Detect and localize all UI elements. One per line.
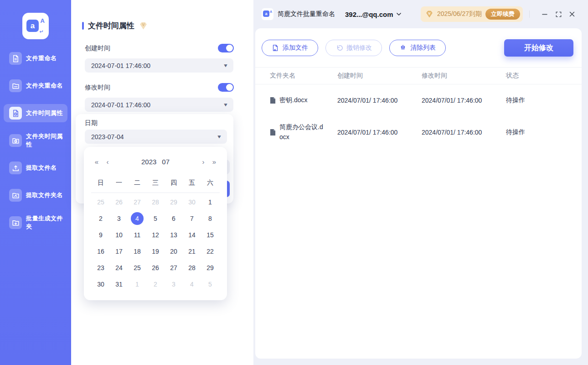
modify-time-label: 修改时间 <box>85 83 110 92</box>
calendar-day[interactable]: 14 <box>183 227 201 243</box>
sidebar-item-batch-create-folder[interactable]: 批量生成文件夹 <box>4 214 67 232</box>
cell-modified-time: 2024/07/01/ 17:46:00 <box>422 97 506 104</box>
calendar-day[interactable]: 26 <box>110 194 128 210</box>
create-time-toggle[interactable] <box>218 44 234 52</box>
create-time-value: 2024-07-01 17:46:00 <box>91 62 150 69</box>
cell-file-name: 简鹿办公会议.docx <box>270 122 337 142</box>
calendar-day[interactable]: 8 <box>201 210 219 227</box>
sidebar-item-label: 文件时间属性 <box>26 109 63 117</box>
calendar-day[interactable]: 25 <box>128 260 146 276</box>
date-label: 日期 <box>85 119 98 127</box>
calendar-day[interactable]: 23 <box>92 260 110 276</box>
clear-list-button[interactable]: 清除列表 <box>389 40 446 56</box>
create-time-select[interactable]: 2024-07-01 17:46:00 ▼ <box>85 58 233 73</box>
calendar-day[interactable]: 4 <box>183 276 201 292</box>
calendar-day[interactable]: 22 <box>201 243 219 260</box>
calendar-day[interactable]: 5 <box>146 210 165 227</box>
calendar-day[interactable]: 13 <box>165 227 183 243</box>
prev-month-icon[interactable]: ‹ <box>102 158 113 166</box>
sidebar-item-file-time[interactable]: 文件时间属性 <box>4 104 67 122</box>
table-row[interactable]: 简鹿办公会议.docx2024/07/01/ 17:46:002024/07/0… <box>255 116 582 148</box>
calendar-year: 2023 <box>141 158 156 166</box>
sidebar-item-extract-folder[interactable]: 提取文件夹名 <box>4 186 67 204</box>
calendar-day[interactable]: 24 <box>110 260 128 276</box>
calendar-day[interactable]: 18 <box>128 243 146 260</box>
undo-button[interactable]: 撤销修改 <box>325 40 382 56</box>
undo-label: 撤销修改 <box>346 44 372 52</box>
calendar-day[interactable]: 21 <box>183 243 201 260</box>
calendar-day[interactable]: 6 <box>165 210 183 227</box>
calendar-day[interactable]: 28 <box>183 260 201 276</box>
sidebar-item-extract-file[interactable]: 提取文件名 <box>4 159 67 177</box>
add-files-button[interactable]: 添加文件 <box>262 40 318 56</box>
calendar-day[interactable]: 2 <box>146 276 165 292</box>
calendar-day[interactable]: 30 <box>92 276 110 292</box>
calendar-day[interactable]: 3 <box>110 210 128 227</box>
modify-time-select[interactable]: 2024-07-01 17:46:00 ▼ <box>85 98 233 112</box>
cell-file-name: 密钥.docx <box>270 95 337 105</box>
calendar-day[interactable]: 11 <box>128 227 146 243</box>
date-select[interactable]: 2023-07-04 ▼ <box>85 130 227 144</box>
calendar-day[interactable]: 28 <box>146 194 165 210</box>
file-plus-icon <box>272 44 279 52</box>
app-title: 简鹿文件批量重命名 <box>278 10 335 18</box>
next-year-icon[interactable]: » <box>209 158 220 166</box>
dropdown-arrow-icon: ▼ <box>223 102 228 107</box>
folder-time-icon <box>9 134 22 147</box>
calendar-day[interactable]: 29 <box>201 260 219 276</box>
title-accent-bar <box>82 22 84 30</box>
file-rename-icon <box>9 52 22 65</box>
calendar-grid: 2526272829301234567891011121314151617181… <box>92 194 219 292</box>
extract-file-icon <box>9 162 22 174</box>
sidebar-item-folder-rename[interactable]: 文件夹重命名 <box>4 77 67 95</box>
main-panel: a A 简鹿文件批量重命名 392...@qq.com V 2025/06/27… <box>253 0 588 365</box>
calendar-day[interactable]: 7 <box>183 210 201 227</box>
calendar-day[interactable]: 1 <box>201 194 219 210</box>
sidebar-item-label: 提取文件夹名 <box>26 191 63 199</box>
calendar-day[interactable]: 27 <box>128 194 146 210</box>
sidebar-item-folder-time[interactable]: 文件夹时间属性 <box>4 131 67 150</box>
license-expiry: 2025/06/27到期 <box>437 10 482 18</box>
sidebar-item-label: 文件夹重命名 <box>26 82 63 90</box>
weekday-label: 五 <box>183 179 201 187</box>
calendar-day-selected[interactable]: 4 <box>128 210 146 227</box>
modify-time-toggle[interactable] <box>218 83 234 92</box>
calendar-day[interactable]: 17 <box>110 243 128 260</box>
calendar-day[interactable]: 26 <box>146 260 165 276</box>
dropdown-arrow-icon: ▼ <box>217 134 222 139</box>
close-button[interactable] <box>568 10 576 18</box>
calendar-day[interactable]: 10 <box>110 227 128 243</box>
calendar-day[interactable]: 15 <box>201 227 219 243</box>
titlebar-divider <box>529 10 530 18</box>
renew-button[interactable]: 立即续费 <box>485 9 520 20</box>
calendar-day[interactable]: 29 <box>165 194 183 210</box>
calendar-day[interactable]: 5 <box>201 276 219 292</box>
column-created-time: 创建时间 <box>337 72 422 80</box>
start-modify-button[interactable]: 开始修改 <box>504 39 573 57</box>
calendar-day[interactable]: 12 <box>146 227 165 243</box>
add-files-label: 添加文件 <box>283 44 308 52</box>
calendar-day[interactable]: 9 <box>92 227 110 243</box>
column-modified-time: 修改时间 <box>422 72 506 80</box>
account-menu[interactable]: 392...@qq.com <box>345 10 401 18</box>
maximize-button[interactable] <box>554 10 562 18</box>
next-month-icon[interactable]: › <box>198 158 209 166</box>
calendar-day[interactable]: 20 <box>165 243 183 260</box>
batch-create-folder-icon <box>9 216 22 229</box>
calendar-day[interactable]: 3 <box>165 276 183 292</box>
minimize-button[interactable] <box>541 10 549 18</box>
calendar-day[interactable]: 25 <box>92 194 110 210</box>
chevron-down-icon <box>397 13 401 16</box>
calendar-day[interactable]: 31 <box>110 276 128 292</box>
calendar-day[interactable]: 27 <box>165 260 183 276</box>
app-icon-a: a <box>263 10 269 17</box>
calendar-day[interactable]: 2 <box>92 210 110 227</box>
prev-year-icon[interactable]: « <box>91 158 102 166</box>
calendar-day[interactable]: 1 <box>128 276 146 292</box>
calendar-day[interactable]: 19 <box>146 243 165 260</box>
weekday-label: 二 <box>128 179 146 187</box>
sidebar-item-file-rename[interactable]: 文件重命名 <box>4 49 67 68</box>
calendar-day[interactable]: 30 <box>183 194 201 210</box>
table-row[interactable]: 密钥.docx2024/07/01/ 17:46:002024/07/01/ 1… <box>255 84 582 116</box>
calendar-day[interactable]: 16 <box>92 243 110 260</box>
